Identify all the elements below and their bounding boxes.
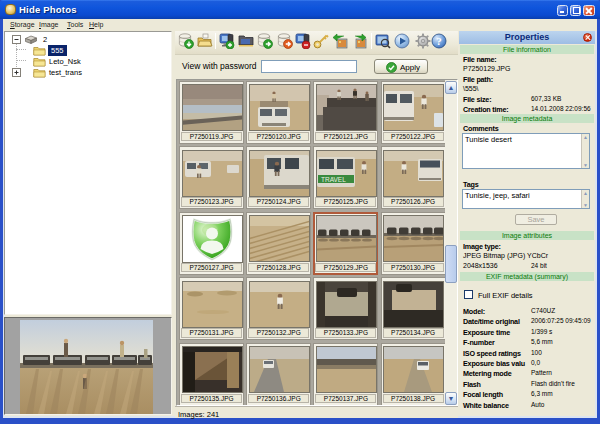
svg-text:?: ? [436,35,442,47]
svg-text:TRAVEL: TRAVEL [321,176,346,183]
